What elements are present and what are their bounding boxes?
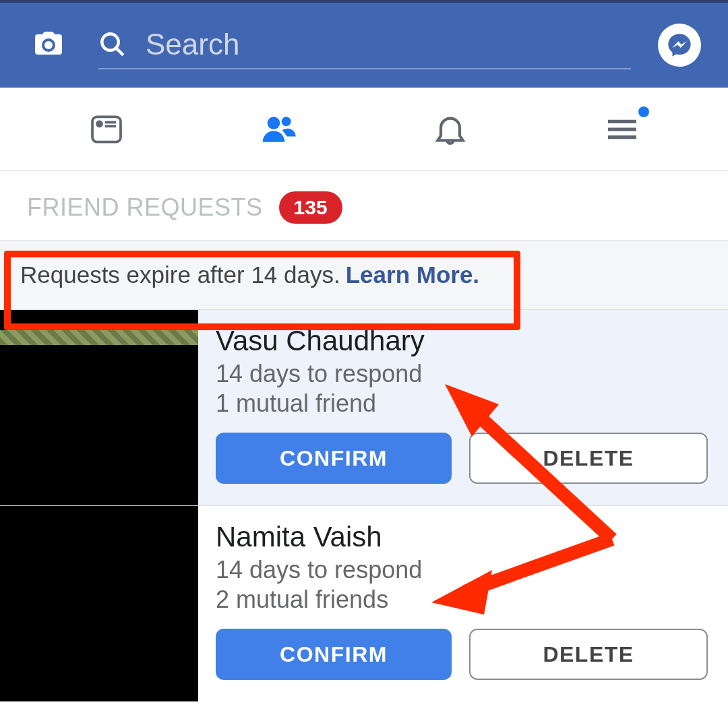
search-container[interactable] — [98, 21, 631, 69]
delete-button[interactable]: DELETE — [469, 433, 708, 484]
request-info: Namita Vaish 14 days to respond 2 mutual… — [198, 506, 728, 701]
expire-banner: Requests expire after 14 days. Learn Mor… — [0, 240, 728, 310]
svg-point-7 — [281, 117, 291, 126]
messenger-button[interactable] — [658, 24, 701, 67]
avatar-top-strip — [0, 330, 198, 345]
tab-newsfeed[interactable] — [85, 108, 128, 151]
request-days: 14 days to respond — [216, 556, 708, 584]
request-days: 14 days to respond — [216, 360, 708, 388]
tab-bar — [0, 88, 728, 171]
request-name[interactable]: Vasu Chaudhary — [216, 325, 708, 357]
menu-icon — [603, 111, 641, 148]
section-header: FRIEND REQUESTS 135 — [0, 171, 728, 240]
learn-more-link[interactable]: Learn More. — [346, 261, 479, 288]
messenger-icon — [666, 32, 693, 59]
friends-icon — [260, 111, 297, 148]
request-info: Vasu Chaudhary 14 days to respond 1 mutu… — [198, 310, 728, 505]
bell-icon — [431, 111, 469, 148]
expire-text: Requests expire after 14 days. — [20, 261, 340, 288]
tab-friends[interactable] — [257, 108, 300, 151]
search-icon — [98, 30, 127, 59]
tab-notifications[interactable] — [429, 108, 472, 151]
camera-button[interactable] — [30, 28, 67, 63]
search-input[interactable] — [146, 28, 631, 61]
camera-icon — [30, 28, 67, 60]
section-title: FRIEND REQUESTS — [27, 193, 263, 222]
request-mutual[interactable]: 2 mutual friends — [216, 586, 708, 614]
avatar[interactable] — [0, 506, 198, 701]
request-count-badge: 135 — [279, 191, 342, 224]
menu-notification-dot — [638, 106, 649, 117]
confirm-button[interactable]: CONFIRM — [216, 629, 452, 680]
request-name[interactable]: Namita Vaish — [216, 521, 708, 553]
confirm-button[interactable]: CONFIRM — [216, 433, 452, 484]
svg-point-0 — [102, 34, 119, 51]
svg-point-6 — [267, 117, 280, 129]
svg-rect-2 — [92, 117, 121, 142]
delete-button[interactable]: DELETE — [469, 629, 708, 680]
request-mutual[interactable]: 1 mutual friend — [216, 389, 708, 418]
tab-menu[interactable] — [601, 108, 644, 151]
svg-point-3 — [97, 121, 102, 126]
svg-line-1 — [117, 49, 123, 55]
newsfeed-icon — [88, 111, 125, 148]
app-header — [0, 3, 728, 88]
friend-request-item: Namita Vaish 14 days to respond 2 mutual… — [0, 506, 728, 701]
